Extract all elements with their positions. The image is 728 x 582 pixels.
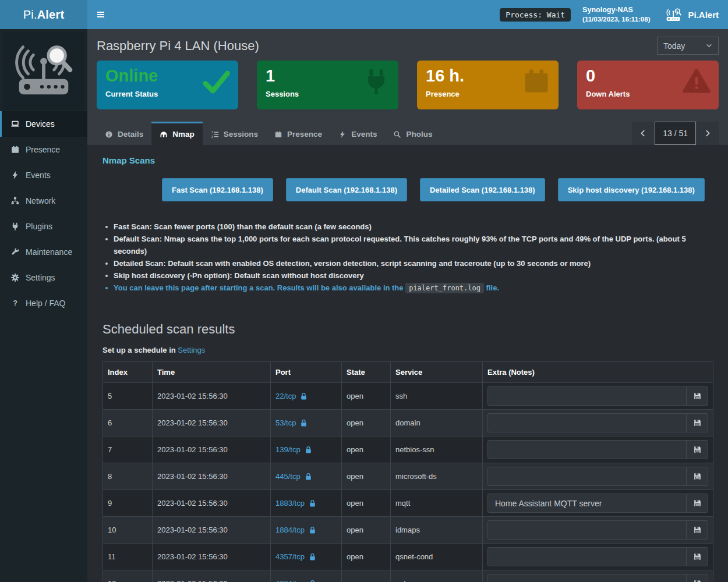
save-note-button[interactable] [686,414,708,432]
next-device-button[interactable] [697,122,719,145]
save-note-button[interactable] [686,521,708,539]
cell-time: 2023-01-02 15:56:30 [153,410,271,436]
note-input[interactable] [488,494,686,512]
tab-details[interactable]: Details [97,122,151,145]
sidebar-item-help-faq[interactable]: Help / FAQ [0,290,87,316]
sidebar-item-label: Settings [26,273,55,282]
tab-presence[interactable]: Presence [266,122,330,145]
save-icon [693,526,702,534]
scan-notes-list: Fast Scan: Scan fewer ports (100) than t… [103,221,719,294]
tab-sessions[interactable]: Sessions [203,122,266,145]
cell-service: domain [391,410,483,436]
note-input[interactable] [488,574,686,582]
table-row: 9 2023-01-02 15:56:30 1883/tcp open mqtt [103,490,713,517]
sidebar-item-settings[interactable]: Settings [0,265,87,290]
scan-buttons-row: Fast Scan (192.168.1.138)Default Scan (1… [162,178,719,201]
sidebar-item-events[interactable]: Events [0,162,87,188]
port-link[interactable]: 1884/tcp [275,526,316,534]
cell-time: 2023-01-02 15:56:30 [153,544,271,570]
table-row: 8 2023-01-02 15:56:30 445/tcp open micro… [103,463,713,490]
period-select-value: Today [663,41,685,51]
page-title: Raspberry Pi 4 LAN (House) [97,38,259,54]
cell-extra [483,436,713,463]
lock-icon [300,419,308,427]
port-link[interactable]: 1883/tcp [275,499,316,508]
table-row: 11 2023-01-02 15:56:30 4357/tcp open qsn… [103,544,713,570]
prev-device-button[interactable] [632,122,654,145]
lock-icon [309,553,316,561]
note-input[interactable] [488,467,686,485]
router-scan-icon [665,8,683,22]
save-note-button[interactable] [686,467,708,485]
tab-events[interactable]: Events [330,122,385,145]
info-icon [105,130,113,139]
port-link[interactable]: 139/tcp [275,445,312,454]
port-link[interactable]: 4357/tcp [275,552,316,561]
column-header-service: Service [391,362,483,383]
cell-service: idmaps [391,517,483,544]
detailed-scan-button[interactable]: Detailed Scan (192.168.1.138) [420,178,545,201]
port-link[interactable]: 53/tcp [275,418,308,427]
tab-nmap[interactable]: Nmap [151,122,203,145]
scan-note: Skip host discovery (-Pn option): Defaul… [103,269,719,282]
chevron-right-icon [704,129,712,137]
fast-scan-button[interactable]: Fast Scan (192.168.1.138) [162,178,273,201]
save-icon [693,392,702,400]
app-identity[interactable]: Pi.Alert [665,8,719,22]
calendar-icon [274,130,282,139]
cell-state: open [342,544,391,570]
sidebar-item-devices[interactable]: Devices [0,111,87,137]
sidebar-item-presence[interactable]: Presence [0,137,87,162]
note-input[interactable] [488,521,686,539]
gear-icon [10,273,20,282]
host-info: Synology-NAS (11/03/2023, 16:11:08) [582,6,650,23]
cell-state: open [342,490,391,517]
scan-results-table: IndexTimePortStateServiceExtra (Notes) 5… [103,361,713,582]
skip-host-discovery-button[interactable]: Skip host discovery (192.168.1.138) [558,178,705,201]
save-note-button[interactable] [686,387,708,405]
sidebar-item-label: Help / FAQ [26,299,65,308]
column-header-state: State [342,362,391,383]
cell-port: 4384/tcp [271,570,342,582]
port-link[interactable]: 4384/tcp [275,579,316,582]
cell-index: 7 [103,436,153,463]
card-presence: 16 h. Presence [417,61,559,109]
sidebar-item-plugins[interactable]: Plugins [0,214,87,239]
scan-note: Default Scan: Nmap scans the top 1,000 p… [103,233,719,257]
chevron-left-icon [639,129,647,137]
settings-link[interactable]: Settings [178,346,205,354]
cell-state: open [342,436,391,463]
port-link[interactable]: 22/tcp [275,392,308,400]
note-input[interactable] [488,414,686,432]
save-icon [693,499,702,508]
table-row: 6 2023-01-02 15:56:30 53/tcp open domain [103,410,713,436]
tab-pholus[interactable]: Pholus [385,122,440,145]
sidebar-toggle-button[interactable] [87,0,114,29]
sidebar-item-maintenance[interactable]: Maintenance [0,239,87,265]
default-scan-button[interactable]: Default Scan (192.168.1.138) [286,178,407,201]
note-input-group [487,547,708,566]
period-select[interactable]: Today [657,37,719,55]
nmap-icon [160,130,168,139]
save-note-button[interactable] [686,494,708,512]
note-input[interactable] [488,548,686,566]
save-note-button[interactable] [686,548,708,566]
warning-icon [681,66,712,97]
card-down-alerts: 0 Down Alerts [577,61,719,109]
cell-time: 2023-01-02 15:56:30 [153,383,271,410]
save-icon [693,472,702,481]
sitemap-icon [10,196,20,205]
note-input[interactable] [488,441,686,459]
cell-extra [483,463,713,490]
brand-logo[interactable]: Pi.Alert [0,0,87,29]
note-input-group [487,440,708,459]
save-note-button[interactable] [686,441,708,459]
scheduled-results-heading: Scheduled scan results [103,322,719,337]
sidebar-item-network[interactable]: Network [0,188,87,214]
save-note-button[interactable] [686,574,708,582]
note-input[interactable] [488,387,686,405]
port-link[interactable]: 445/tcp [275,472,312,481]
tab-label: Pholus [406,130,432,139]
sidebar: Devices Presence Events Network Plugins … [0,29,87,582]
cell-time: 2023-01-02 15:56:30 [153,570,271,582]
